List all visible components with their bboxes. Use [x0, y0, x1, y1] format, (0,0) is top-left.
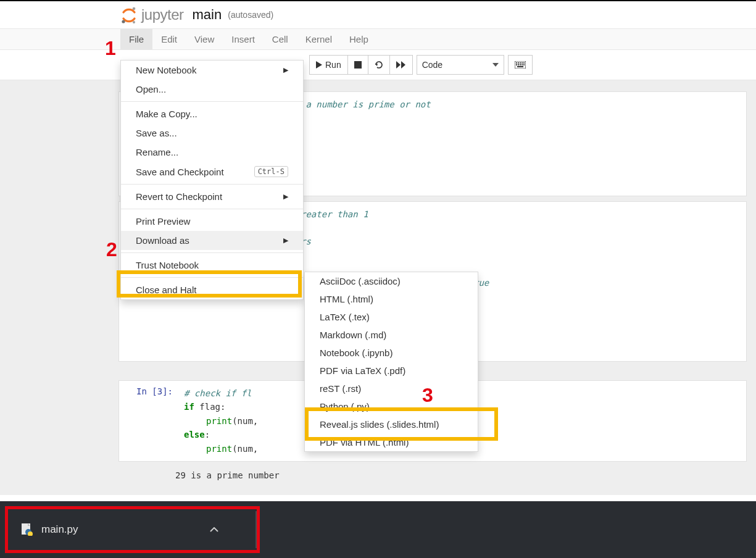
header: jupyter main (autosaved)	[0, 1, 756, 28]
celltype-select[interactable]: Code	[417, 55, 504, 75]
menu-print-preview[interactable]: Print Preview	[121, 212, 303, 231]
svg-rect-10	[516, 62, 517, 64]
menu-kernel[interactable]: Kernel	[297, 29, 341, 49]
run-button[interactable]: Run	[309, 55, 348, 75]
jupyter-logo: jupyter	[120, 6, 184, 23]
svg-rect-13	[521, 62, 523, 64]
chevron-down-icon	[492, 63, 499, 67]
svg-marker-8	[492, 63, 499, 67]
menu-open[interactable]: Open...	[121, 80, 303, 99]
download-as-submenu: AsciiDoc (.asciidoc) HTML (.html) LaTeX …	[304, 272, 478, 452]
annotation-1: 1	[105, 37, 116, 60]
browser-download-bar: main.py	[0, 501, 756, 558]
svg-marker-6	[396, 61, 401, 69]
keyword: if	[184, 402, 194, 412]
download-markdown[interactable]: Markdown (.md)	[305, 326, 478, 344]
download-notebook[interactable]: Notebook (.ipynb)	[305, 344, 478, 362]
kbd-shortcut: Ctrl-S	[254, 166, 288, 177]
download-rest[interactable]: reST (.rst)	[305, 380, 478, 398]
svg-marker-3	[316, 61, 322, 69]
python-file-icon	[22, 523, 33, 536]
svg-rect-16	[518, 64, 519, 65]
keyword: else	[184, 430, 205, 439]
svg-rect-12	[520, 62, 521, 64]
menu-insert[interactable]: Insert	[223, 29, 264, 49]
chevron-up-icon[interactable]	[210, 527, 218, 532]
run-label: Run	[325, 60, 341, 70]
svg-rect-20	[517, 66, 523, 67]
code-comment: # check if fl	[184, 388, 252, 398]
fast-forward-icon	[396, 61, 406, 69]
svg-rect-19	[523, 64, 525, 65]
menu-view[interactable]: View	[186, 29, 223, 49]
builtin: print	[206, 444, 232, 454]
cell-output: 29 is a prime number	[118, 467, 747, 480]
menu-edit[interactable]: Edit	[152, 29, 186, 49]
svg-rect-4	[354, 61, 362, 69]
notebook-name[interactable]: main	[193, 7, 222, 23]
menu-separator	[121, 101, 303, 102]
stop-button[interactable]	[348, 55, 368, 75]
jupyter-icon	[120, 6, 138, 23]
command-palette-button[interactable]	[508, 55, 533, 75]
restart-button[interactable]	[368, 55, 390, 75]
download-latex[interactable]: LaTeX (.tex)	[305, 308, 478, 326]
menu-revert[interactable]: Revert to Checkpoint ▶	[121, 187, 303, 206]
menu-separator	[121, 277, 303, 278]
menu-rename[interactable]: Rename...	[121, 143, 303, 162]
menu-download-as[interactable]: Download as ▶	[121, 231, 303, 250]
file-menu-dropdown: New Notebook ▶ Open... Make a Copy... Sa…	[120, 60, 304, 300]
download-chip[interactable]: main.py	[8, 523, 78, 536]
run-all-button[interactable]	[390, 55, 413, 75]
play-icon	[316, 61, 322, 69]
download-filename: main.py	[41, 523, 78, 536]
download-html[interactable]: HTML (.html)	[305, 290, 478, 308]
stop-icon	[354, 61, 362, 69]
download-bar-highlight: main.py	[5, 506, 260, 553]
download-python[interactable]: Python (.py)	[305, 398, 478, 415]
submenu-arrow-icon: ▶	[283, 193, 288, 201]
svg-rect-18	[521, 64, 523, 65]
autosave-status: (autosaved)	[228, 10, 273, 20]
svg-rect-15	[516, 64, 517, 65]
svg-rect-14	[523, 62, 525, 64]
menu-close-halt[interactable]: Close and Halt	[121, 280, 303, 299]
annotation-3: 3	[422, 384, 433, 407]
menu-make-copy[interactable]: Make a Copy...	[121, 104, 303, 123]
svg-rect-11	[518, 62, 519, 64]
logo-text: jupyter	[141, 6, 184, 23]
download-reveal[interactable]: Reveal.js slides (.slides.html)	[305, 415, 478, 433]
restart-icon	[375, 60, 383, 69]
svg-point-1	[133, 21, 135, 23]
menu-separator	[121, 209, 303, 209]
annotation-2: 2	[106, 238, 117, 261]
download-pdf-latex[interactable]: PDF via LaTeX (.pdf)	[305, 362, 478, 380]
menu-save-checkpoint[interactable]: Save and Checkpoint Ctrl-S	[121, 162, 303, 181]
builtin: print	[206, 416, 232, 426]
menu-new-notebook[interactable]: New Notebook ▶	[121, 60, 303, 80]
menu-save-as[interactable]: Save as...	[121, 123, 303, 143]
menu-trust[interactable]: Trust Notebook	[121, 256, 303, 275]
separator	[255, 511, 257, 548]
download-asciidoc[interactable]: AsciiDoc (.asciidoc)	[305, 272, 478, 290]
svg-marker-7	[401, 61, 405, 69]
svg-rect-17	[520, 64, 521, 65]
keyboard-icon	[515, 61, 526, 69]
menu-separator	[121, 252, 303, 253]
celltype-value: Code	[422, 60, 442, 70]
submenu-arrow-icon: ▶	[283, 66, 288, 74]
menu-file[interactable]: File	[120, 29, 152, 49]
menu-help[interactable]: Help	[341, 29, 377, 49]
menu-separator	[121, 184, 303, 185]
svg-point-2	[122, 20, 125, 23]
submenu-arrow-icon: ▶	[283, 236, 288, 244]
menu-cell[interactable]: Cell	[264, 29, 297, 49]
download-pdf-html[interactable]: PDF via HTML (.html)	[305, 433, 478, 451]
cell-prompt: In [3]:	[119, 381, 178, 461]
